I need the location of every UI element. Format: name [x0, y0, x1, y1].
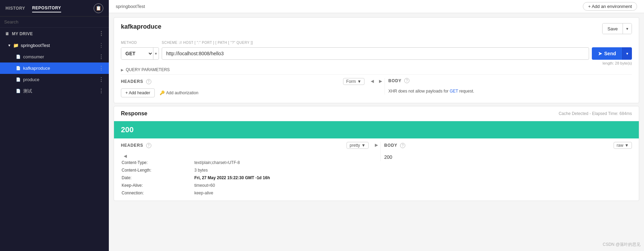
- watermark: CSDN @落叶的思见: [603, 242, 641, 248]
- save-button[interactable]: Save: [603, 23, 623, 34]
- raw-dropdown[interactable]: raw ▼: [614, 142, 632, 149]
- form-dropdown[interactable]: Form ▼: [343, 78, 364, 85]
- send-button-wrapper: ➤ Send ▼: [592, 47, 632, 60]
- resp-headers-section: HEADERS ? pretty ▼ ◀ Content-Type:text/p…: [121, 142, 372, 197]
- table-row: Date:Fri, 27 May 2022 15:22:30 GMT -1d 1…: [122, 174, 368, 181]
- body-section: BODY ? XHR does not allow payloads for G…: [385, 78, 632, 95]
- headers-help-icon[interactable]: ?: [146, 79, 151, 84]
- header-value: text/plain;charset=UTF-8: [194, 159, 368, 166]
- sidebar-tree: ▼ 📁 springbootTest ⋮ 📄 comsumer ⋮ 📄 kafk…: [0, 40, 109, 97]
- table-row: Keep-Alive:timeout=60: [122, 182, 368, 189]
- key-icon: 🔑: [160, 90, 165, 95]
- url-length: length: 28 byte(s): [121, 61, 632, 65]
- header-key: Connection:: [122, 190, 193, 196]
- method-chevron-icon[interactable]: ▼: [153, 52, 159, 56]
- url-labels-row: METHOD SCHEME :// HOST [ ":" PORT ] [ PA…: [121, 41, 632, 46]
- resp-nav-left-icon[interactable]: ◀: [121, 153, 129, 158]
- my-drive-section[interactable]: 🖥 MY DRIVE ⋮: [0, 28, 109, 40]
- folder-icon: 📁: [13, 43, 19, 48]
- pretty-label: pretty: [350, 143, 360, 148]
- headers-body-row: HEADERS ? Form ▼ + Add header 🔑 Add auth…: [121, 74, 632, 97]
- save-button-wrapper: Save ▼: [602, 23, 632, 34]
- header-key: Date:: [122, 174, 193, 181]
- add-environment-button[interactable]: + Add an environment: [583, 2, 637, 11]
- item-more-icon[interactable]: ⋮: [98, 76, 104, 83]
- response-panel: Response Cache Detected - Elapsed Time: …: [114, 106, 639, 201]
- nav-right-arrow[interactable]: ▶: [376, 78, 385, 84]
- resp-headers-body-row: HEADERS ? pretty ▼ ◀ Content-Type:text/p…: [121, 142, 632, 197]
- headers-section-header: HEADERS ? Form ▼: [121, 78, 364, 85]
- xhr-notice: XHR does not allow payloads for GET requ…: [388, 87, 632, 95]
- resp-headers-title: HEADERS: [121, 143, 143, 148]
- sidebar-item-test[interactable]: 📄 测试 ⋮: [0, 85, 109, 97]
- response-tabs-body: HEADERS ? pretty ▼ ◀ Content-Type:text/p…: [114, 138, 639, 201]
- resp-nav-right-icon[interactable]: ▶: [372, 142, 380, 147]
- my-drive-more-icon[interactable]: ⋮: [98, 30, 104, 37]
- query-params-label: QUERY PARAMETERS: [126, 67, 170, 72]
- send-arrow-icon: ➤: [598, 51, 602, 56]
- save-dropdown-button[interactable]: ▼: [623, 23, 632, 34]
- request-title: kafkaproduce: [121, 23, 161, 30]
- sidebar-item-comsumer[interactable]: 📄 comsumer ⋮: [0, 51, 109, 62]
- header-key: Keep-Alive:: [122, 182, 193, 189]
- clipboard-icon[interactable]: 📋: [94, 3, 103, 13]
- request-panel: kafkaproduce Save ▼ METHOD SCHEME :// HO…: [114, 17, 639, 103]
- body-help-icon[interactable]: ?: [404, 78, 409, 83]
- resp-body-title: BODY: [384, 143, 397, 148]
- sidebar-folder-springboottest[interactable]: ▼ 📁 springbootTest ⋮: [0, 40, 109, 51]
- sidebar-nav-repository[interactable]: REPOSITORY: [32, 4, 61, 12]
- sidebar-item-label: kafkaproduce: [23, 66, 50, 71]
- headers-title: HEADERS: [121, 79, 143, 84]
- header-value: Fri, 27 May 2022 15:22:30 GMT -1d 16h: [194, 174, 368, 181]
- method-label: METHOD: [121, 41, 159, 45]
- resp-headers-help-icon[interactable]: ?: [146, 143, 151, 148]
- item-more-icon[interactable]: ⋮: [98, 88, 104, 94]
- resp-body-section: BODY ? raw ▼ 200: [380, 142, 632, 161]
- response-body-value: 200: [384, 153, 632, 161]
- body-section-header: BODY ?: [388, 78, 632, 83]
- search-input[interactable]: [4, 19, 105, 25]
- sidebar-item-label: produce: [23, 77, 39, 82]
- form-chevron-icon: ▼: [357, 79, 361, 84]
- item-more-icon[interactable]: ⋮: [98, 65, 104, 71]
- folder-more-icon[interactable]: ⋮: [98, 42, 104, 49]
- method-select[interactable]: GET POST PUT DELETE: [121, 48, 153, 59]
- file-icon: 📄: [16, 55, 21, 59]
- sidebar-item-kafkaproduce[interactable]: 📄 kafkaproduce ⋮: [0, 62, 109, 74]
- headers-section: HEADERS ? Form ▼ + Add header 🔑 Add auth…: [121, 78, 368, 97]
- chevron-down-icon: ▼: [8, 44, 11, 47]
- get-link[interactable]: GET: [449, 89, 458, 94]
- drive-icon: 🖥: [5, 31, 9, 36]
- chevron-right-icon: ▶: [121, 68, 124, 72]
- add-authorization-button[interactable]: 🔑 Add authorization: [158, 88, 200, 97]
- header-value: timeout=60: [194, 182, 368, 189]
- add-auth-label: Add authorization: [166, 90, 198, 95]
- url-row: GET POST PUT DELETE ▼ ➤ Send ▼: [121, 47, 632, 60]
- header-key: Content-Length:: [122, 167, 193, 174]
- send-button[interactable]: ➤ Send: [592, 47, 622, 60]
- resp-body-help-icon[interactable]: ?: [400, 143, 405, 148]
- sidebar-item-label: 测试: [23, 88, 32, 94]
- breadcrumb: springbootTest: [116, 4, 145, 9]
- sidebar-item-produce[interactable]: 📄 produce ⋮: [0, 74, 109, 85]
- my-drive-label: MY DRIVE: [12, 31, 33, 36]
- add-header-button[interactable]: + Add header: [121, 88, 155, 97]
- send-label: Send: [604, 51, 616, 56]
- main-content: springbootTest + Add an environment kafk…: [109, 0, 644, 251]
- raw-chevron-icon: ▼: [625, 143, 629, 148]
- item-more-icon[interactable]: ⋮: [98, 54, 104, 60]
- file-icon: 📄: [16, 89, 21, 93]
- pretty-dropdown[interactable]: pretty ▼: [347, 142, 369, 149]
- header-value: 3 bytes: [194, 167, 368, 174]
- sidebar-top-nav: HISTORY REPOSITORY 📋: [0, 0, 109, 17]
- sidebar-search-container: [0, 17, 109, 28]
- header-value: keep-alive: [194, 190, 368, 196]
- table-row: Content-Length:3 bytes: [122, 167, 368, 174]
- send-dropdown-button[interactable]: ▼: [622, 47, 632, 60]
- nav-left-arrow[interactable]: ◀: [368, 78, 376, 84]
- url-input[interactable]: [162, 47, 589, 60]
- sidebar-nav-history[interactable]: HISTORY: [6, 4, 25, 12]
- response-headers-table: Content-Type:text/plain;charset=UTF-8Con…: [121, 158, 369, 197]
- query-params-row[interactable]: ▶ QUERY PARAMETERS: [121, 65, 632, 74]
- file-icon: 📄: [16, 66, 21, 70]
